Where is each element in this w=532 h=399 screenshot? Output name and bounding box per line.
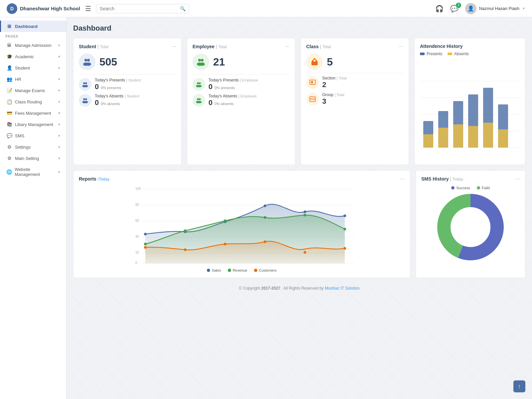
- svg-point-4: [83, 82, 85, 84]
- student-absents-icon: [79, 94, 91, 107]
- chevron-down-icon: ▼: [58, 66, 61, 70]
- sidebar-label-student: Student: [15, 66, 30, 70]
- employee-presents-pct: 0% presents: [214, 86, 235, 90]
- sidebar-item-class-routing[interactable]: 📋 Class Routing ▼: [0, 96, 66, 107]
- revenue-legend: Revenue: [228, 268, 247, 272]
- user-profile[interactable]: 👤 Nazmul Hasan Piash ▼: [465, 3, 525, 14]
- sidebar-label-settings: Settings: [15, 145, 31, 150]
- svg-rect-29: [310, 97, 316, 102]
- sidebar-item-website-management[interactable]: 🌐 Website Management ▼: [0, 164, 66, 180]
- chevron-down-icon: ▼: [58, 111, 61, 115]
- svg-point-75: [184, 229, 187, 232]
- top-navigation: D Dhaneshwar High School ☰ 🔍 🎧 💬 3 👤 Naz…: [0, 0, 532, 17]
- sidebar-label-library-management: Libary Management: [15, 122, 53, 127]
- class-total-count: 5: [327, 56, 333, 68]
- hamburger-button[interactable]: ☰: [85, 5, 91, 13]
- sidebar-label-website-management: Website Management: [15, 167, 55, 177]
- sales-legend: Sales: [207, 268, 221, 272]
- sms-card-menu[interactable]: ···: [515, 176, 520, 182]
- svg-point-12: [198, 59, 201, 62]
- sidebar-item-manage-exams[interactable]: 📝 Manage Exams ▼: [0, 85, 66, 96]
- class-routing-icon: 📋: [6, 99, 12, 104]
- section-icon: [306, 76, 319, 89]
- svg-rect-45: [453, 124, 463, 148]
- student-total-icon: [79, 54, 95, 70]
- sidebar-item-dashboard[interactable]: ⊞ Dashboard: [0, 21, 66, 32]
- sidebar-label-fees-management: Fees Management: [15, 111, 51, 116]
- sidebar-item-sms[interactable]: 💬 SMS ▼: [0, 130, 66, 141]
- reports-card-menu[interactable]: ···: [400, 176, 405, 182]
- svg-point-16: [197, 82, 199, 84]
- group-icon: [306, 93, 319, 105]
- dropdown-arrow-icon: ▼: [522, 7, 525, 10]
- sidebar-label-manage-admission: Manage Admission: [15, 43, 52, 48]
- svg-point-68: [144, 233, 147, 235]
- failed-legend-dot: [477, 186, 480, 190]
- svg-point-88: [452, 209, 489, 245]
- failed-legend: Faild: [477, 186, 490, 190]
- sidebar-item-academic[interactable]: 🎓 Academic ▼: [0, 51, 66, 62]
- reports-title: Reports /Today: [79, 176, 109, 182]
- absents-legend-color: [448, 53, 452, 55]
- svg-point-19: [198, 85, 201, 87]
- student-card: Student | Total ··· 505: [73, 38, 182, 165]
- sidebar-item-library-management[interactable]: 📚 Libary Management ▼: [0, 119, 66, 130]
- brand-area: D Dhaneshwar High School: [7, 3, 80, 14]
- svg-point-13: [201, 59, 203, 62]
- presents-legend-color: [420, 53, 425, 55]
- chevron-down-icon: ▼: [58, 100, 61, 104]
- class-card-menu[interactable]: ···: [399, 44, 403, 50]
- sms-icon: 💬: [6, 133, 12, 138]
- employee-card-menu[interactable]: ···: [285, 44, 290, 50]
- scroll-to-top-button[interactable]: ↑: [513, 380, 525, 392]
- bottom-row: Reports /Today ··· 100 80 60 40: [73, 170, 525, 278]
- sidebar-item-main-setting[interactable]: ⚙ Main Setting ▼: [0, 153, 66, 164]
- brand-logo: D: [7, 3, 17, 14]
- svg-text:60: 60: [135, 219, 139, 222]
- sidebar-item-settings[interactable]: ⚙ Settings ▼: [0, 141, 66, 153]
- copyright-year: 2017-2027: [261, 286, 280, 291]
- sidebar-label-sms: SMS: [15, 133, 24, 138]
- svg-point-73: [343, 214, 346, 217]
- search-icon: 🔍: [180, 6, 186, 11]
- svg-point-82: [224, 243, 226, 245]
- employee-presents-icon: [193, 78, 205, 91]
- attendance-title: Attendence History: [420, 44, 463, 49]
- employee-absents-pct: 0% absents: [214, 102, 234, 106]
- copyright-text: © Copyright: [239, 286, 261, 291]
- sidebar-item-hr[interactable]: 👥 HR ▼: [0, 73, 66, 85]
- student-card-menu[interactable]: ···: [172, 44, 176, 50]
- search-input[interactable]: [100, 6, 177, 11]
- fees-icon: 💳: [6, 110, 12, 116]
- svg-text:0: 0: [135, 261, 137, 265]
- employee-presents-count: 0: [208, 82, 212, 91]
- class-card-title: Class | Total: [306, 44, 331, 49]
- attendance-card: Attendence History Presents Absents: [414, 38, 525, 165]
- svg-rect-44: [438, 128, 448, 148]
- svg-point-15: [200, 63, 205, 66]
- headset-icon[interactable]: 🎧: [435, 5, 444, 13]
- svg-point-8: [83, 98, 85, 100]
- svg-rect-28: [311, 81, 313, 83]
- sidebar-item-manage-admission[interactable]: 🏛 Manage Admission ▼: [0, 40, 66, 51]
- class-card: Class | Total ··· 5: [301, 38, 409, 165]
- messages-icon[interactable]: 💬 3: [450, 5, 459, 13]
- chevron-down-icon: ▼: [58, 123, 61, 126]
- svg-point-17: [199, 82, 201, 84]
- sidebar-item-fees-management[interactable]: 💳 Fees Management ▼: [0, 107, 66, 119]
- svg-point-84: [304, 251, 306, 254]
- sidebar-item-student[interactable]: 👤 Student ▼: [0, 62, 66, 73]
- svg-point-20: [197, 98, 199, 100]
- attendance-legend: Presents Absents: [420, 52, 520, 56]
- brand-name: Dhaneshwar High School: [20, 6, 80, 11]
- svg-point-83: [264, 240, 266, 243]
- sms-history-card: SMS History | Today ··· Success Faild: [416, 170, 525, 278]
- svg-text:06:00: 06:00: [338, 265, 346, 266]
- manage-exams-icon: 📝: [6, 88, 12, 93]
- student-absents-count: 0: [95, 98, 99, 107]
- student-presents-icon: [79, 78, 91, 91]
- svg-point-3: [86, 63, 91, 66]
- company-link[interactable]: MosNaz IT Solution: [325, 286, 360, 291]
- svg-text:00:00: 00:00: [144, 265, 152, 266]
- sidebar-label-main-setting: Main Setting: [15, 156, 39, 161]
